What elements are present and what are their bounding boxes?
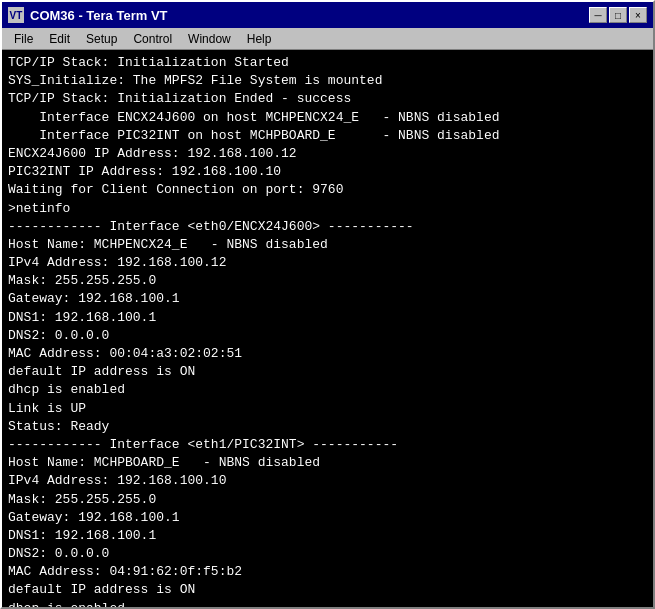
menu-setup[interactable]: Setup [78, 30, 125, 48]
main-window: VT COM36 - Tera Term VT ─ □ × File Edit … [0, 0, 655, 609]
close-button[interactable]: × [629, 7, 647, 23]
menu-bar: File Edit Setup Control Window Help [2, 28, 653, 50]
terminal-line: ENCX24J600 IP Address: 192.168.100.12 [8, 145, 647, 163]
terminal-line: Interface PIC32INT on host MCHPBOARD_E -… [8, 127, 647, 145]
title-bar: VT COM36 - Tera Term VT ─ □ × [2, 2, 653, 28]
menu-edit[interactable]: Edit [41, 30, 78, 48]
menu-window[interactable]: Window [180, 30, 239, 48]
terminal-line: Gateway: 192.168.100.1 [8, 509, 647, 527]
terminal-line: IPv4 Address: 192.168.100.12 [8, 254, 647, 272]
terminal-line: DNS2: 0.0.0.0 [8, 327, 647, 345]
terminal-line: Mask: 255.255.255.0 [8, 491, 647, 509]
terminal-line: MAC Address: 04:91:62:0f:f5:b2 [8, 563, 647, 581]
minimize-button[interactable]: ─ [589, 7, 607, 23]
terminal-line: ------------ Interface <eth1/PIC32INT> -… [8, 436, 647, 454]
menu-file[interactable]: File [6, 30, 41, 48]
terminal-line: >netinfo [8, 200, 647, 218]
terminal-line: PIC32INT IP Address: 192.168.100.10 [8, 163, 647, 181]
terminal-line: Link is UP [8, 400, 647, 418]
terminal-line: DNS2: 0.0.0.0 [8, 545, 647, 563]
title-bar-left: VT COM36 - Tera Term VT [8, 7, 168, 23]
terminal-line: DNS1: 192.168.100.1 [8, 527, 647, 545]
terminal-line: Host Name: MCHPENCX24_E - NBNS disabled [8, 236, 647, 254]
terminal-line: Status: Ready [8, 418, 647, 436]
terminal-line: Waiting for Client Connection on port: 9… [8, 181, 647, 199]
terminal-line: dhcp is enabled [8, 381, 647, 399]
terminal-line: IPv4 Address: 192.168.100.10 [8, 472, 647, 490]
terminal-line: MAC Address: 00:04:a3:02:02:51 [8, 345, 647, 363]
terminal-line: Host Name: MCHPBOARD_E - NBNS disabled [8, 454, 647, 472]
terminal-line: Interface ENCX24J600 on host MCHPENCX24_… [8, 109, 647, 127]
terminal-line: dhcp is enabled [8, 600, 647, 607]
terminal-line: SYS_Initialize: The MPFS2 File System is… [8, 72, 647, 90]
terminal-line: TCP/IP Stack: Initialization Ended - suc… [8, 90, 647, 108]
window-title: COM36 - Tera Term VT [30, 8, 168, 23]
app-icon: VT [8, 7, 24, 23]
menu-help[interactable]: Help [239, 30, 280, 48]
menu-control[interactable]: Control [125, 30, 180, 48]
terminal-line: Mask: 255.255.255.0 [8, 272, 647, 290]
terminal-line: Gateway: 192.168.100.1 [8, 290, 647, 308]
terminal-line: TCP/IP Stack: Initialization Started [8, 54, 647, 72]
terminal-output[interactable]: TCP/IP Stack: Initialization StartedSYS_… [2, 50, 653, 607]
terminal-line: default IP address is ON [8, 581, 647, 599]
title-buttons: ─ □ × [589, 7, 647, 23]
maximize-button[interactable]: □ [609, 7, 627, 23]
terminal-line: DNS1: 192.168.100.1 [8, 309, 647, 327]
terminal-line: ------------ Interface <eth0/ENCX24J600>… [8, 218, 647, 236]
terminal-line: default IP address is ON [8, 363, 647, 381]
